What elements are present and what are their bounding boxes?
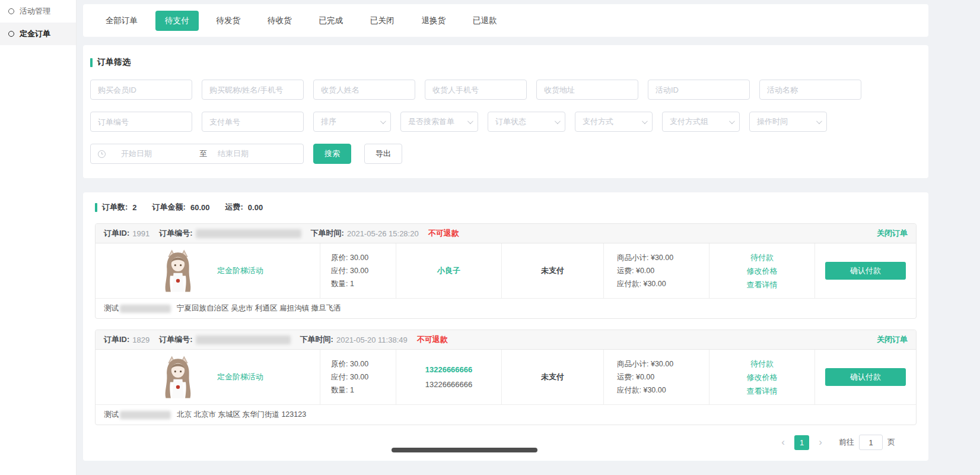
prev-page-icon[interactable]: ‹ — [777, 436, 790, 449]
payable-value: ¥30.00 — [643, 280, 666, 288]
product-cell: 定金阶梯活动 — [96, 243, 320, 298]
pay-status-cell: 未支付 — [501, 243, 603, 298]
freight-value: ¥0.00 — [636, 267, 654, 275]
circle-icon — [8, 8, 14, 14]
activity-name-link[interactable]: 定金阶梯活动 — [217, 372, 263, 382]
order-id-label: 订单ID: — [104, 334, 129, 345]
pay-method-select[interactable]: 支付方式 — [575, 112, 653, 132]
product-cell: 定金阶梯活动 — [96, 350, 320, 404]
non-refundable-badge: 不可退款 — [417, 334, 448, 345]
due-value: 30.00 — [350, 373, 368, 381]
sidebar: 活动管理 定金订单 — [0, 0, 77, 475]
activity-name-input[interactable] — [759, 80, 861, 100]
subtotal-label: 商品小计: — [617, 360, 648, 368]
tab-pending-receipt[interactable]: 待收货 — [258, 11, 301, 31]
order-body: 定金阶梯活动 原价: 30.00 应付: 30.00 数量: 1 小良子 未支付… — [96, 243, 916, 298]
section-marker — [95, 203, 97, 212]
tab-closed[interactable]: 已关闭 — [361, 11, 404, 31]
consignee-phone-input[interactable] — [425, 80, 527, 100]
consignee-name-input[interactable] — [313, 80, 415, 100]
order-body: 定金阶梯活动 原价: 30.00 应付: 30.00 数量: 1 1322666… — [96, 350, 916, 404]
buyer-nickname-input[interactable] — [202, 80, 304, 100]
select-placeholder: 支付方式 — [583, 116, 613, 127]
redacted-order-number — [196, 335, 291, 344]
order-no-input[interactable] — [90, 112, 192, 132]
select-placeholder: 订单状态 — [495, 116, 526, 127]
amounts-cell: 商品小计: ¥30.00 运费: ¥0.00 应付款: ¥30.00 — [603, 350, 709, 404]
pay-status-text: 未支付 — [541, 265, 564, 276]
buyer-name-link[interactable]: 13226666666 — [425, 365, 473, 374]
export-button[interactable]: 导出 — [364, 144, 402, 164]
shipping-address-input[interactable] — [536, 80, 638, 100]
filter-row-3: 开始日期 至 结束日期 搜索 导出 — [90, 144, 921, 164]
order-header: 订单ID: 1829 订单编号: 下单时间: 2021-05-20 11:38:… — [96, 330, 916, 350]
qty-label: 数量: — [331, 386, 348, 394]
search-button[interactable]: 搜索 — [313, 144, 351, 164]
buyer-member-id-input[interactable] — [90, 80, 192, 100]
close-order-link[interactable]: 关闭订单 — [877, 334, 908, 345]
activity-name-link[interactable]: 定金阶梯活动 — [217, 265, 263, 276]
freight-label: 运费: — [617, 373, 634, 381]
start-date-placeholder[interactable]: 开始日期 — [121, 148, 199, 159]
tab-completed[interactable]: 已完成 — [310, 11, 353, 31]
view-details-link[interactable]: 查看详情 — [747, 384, 778, 398]
price-cell: 原价: 30.00 应付: 30.00 数量: 1 — [320, 350, 396, 404]
non-refundable-badge: 不可退款 — [428, 228, 459, 239]
select-placeholder: 是否搜索首单 — [408, 116, 454, 127]
view-details-link[interactable]: 查看详情 — [747, 278, 778, 292]
confirm-payment-button[interactable]: 确认付款 — [825, 262, 906, 280]
qty-value: 1 — [350, 280, 354, 288]
tab-pending-payment[interactable]: 待支付 — [155, 11, 199, 31]
clock-icon — [98, 150, 106, 158]
date-range-picker[interactable]: 开始日期 至 结束日期 — [90, 144, 304, 164]
orders-summary: 订单数: 2 订单金额: 60.00 运费: 0.00 — [95, 202, 917, 213]
modify-price-link[interactable]: 修改价格 — [747, 264, 778, 278]
pay-method-group-select[interactable]: 支付方式组 — [662, 112, 740, 132]
first-order-select[interactable]: 是否搜索首单 — [400, 112, 478, 132]
chevron-down-icon — [380, 118, 386, 124]
next-page-icon[interactable]: › — [814, 436, 827, 449]
sidebar-item-deposit-orders[interactable]: 定金订单 — [0, 23, 76, 45]
horizontal-scrollbar-thumb[interactable] — [392, 448, 537, 452]
buyer-name-link[interactable]: 小良子 — [437, 265, 460, 276]
filter-section-title: 订单筛选 — [90, 57, 921, 68]
sort-select[interactable]: 排序 — [313, 112, 391, 132]
select-placeholder: 排序 — [321, 116, 336, 127]
orig-price-value: 30.00 — [350, 360, 368, 368]
tab-returns[interactable]: 退换货 — [412, 11, 456, 31]
redacted-phone — [120, 305, 171, 313]
address-name: 测试 — [104, 410, 119, 420]
activity-id-input[interactable] — [648, 80, 750, 100]
product-avatar — [161, 354, 195, 400]
pending-payment-link[interactable]: 待付款 — [750, 357, 774, 370]
goto-page-input[interactable] — [859, 435, 883, 450]
payment-no-input[interactable] — [202, 112, 304, 132]
confirm-payment-button[interactable]: 确认付款 — [825, 368, 906, 386]
confirm-cell: 确认付款 — [814, 350, 916, 404]
orders-amount-label: 订单金额: — [152, 202, 186, 213]
order-header: 订单ID: 1991 订单编号: 下单时间: 2021-05-26 15:28:… — [96, 224, 916, 243]
page-1-button[interactable]: 1 — [794, 435, 809, 450]
tab-refunded[interactable]: 已退款 — [463, 11, 507, 31]
modify-price-link[interactable]: 修改价格 — [747, 370, 778, 384]
goto-label: 前往 — [839, 437, 854, 448]
order-status-select[interactable]: 订单状态 — [488, 112, 565, 132]
pending-payment-link[interactable]: 待付款 — [750, 251, 774, 264]
end-date-placeholder[interactable]: 结束日期 — [218, 148, 296, 159]
orders-count-label: 订单数: — [102, 202, 128, 213]
tab-pending-shipment[interactable]: 待发货 — [207, 11, 250, 31]
pay-status-text: 未支付 — [541, 372, 564, 382]
sidebar-item-activity-management[interactable]: 活动管理 — [0, 0, 76, 23]
payable-label: 应付款: — [617, 386, 641, 394]
orders-list-panel: 订单数: 2 订单金额: 60.00 运费: 0.00 订单ID: 1991 订… — [83, 192, 928, 461]
tab-all-orders[interactable]: 全部订单 — [96, 11, 147, 31]
product-avatar — [161, 248, 195, 294]
redacted-order-number — [196, 229, 301, 238]
order-time-value: 2021-05-26 15:28:20 — [347, 229, 419, 238]
due-label: 应付: — [331, 267, 348, 275]
order-card: 订单ID: 1829 订单编号: 下单时间: 2021-05-20 11:38:… — [95, 330, 917, 425]
select-placeholder: 支付方式组 — [670, 116, 708, 127]
main-content: 全部订单 待支付 待发货 待收货 已完成 已关闭 退换货 已退款 订单筛选 排序 — [83, 0, 928, 461]
operation-time-select[interactable]: 操作时间 — [749, 112, 827, 132]
close-order-link[interactable]: 关闭订单 — [877, 228, 908, 239]
